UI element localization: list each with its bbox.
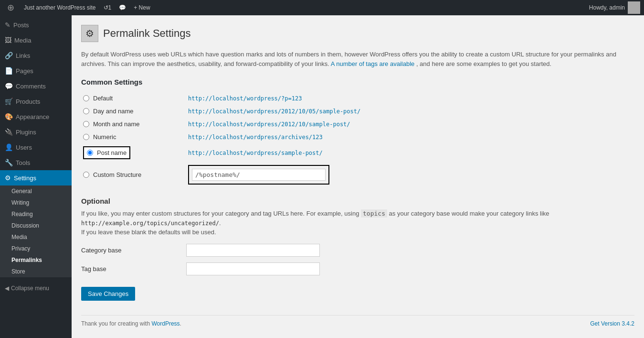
sidebar-item-tools[interactable]: 🔧 Tools [0, 155, 72, 170]
label-numeric: Numeric [93, 133, 116, 141]
sidebar-item-settings[interactable]: ⚙ Settings [0, 170, 72, 185]
label-post-name: Post name [97, 149, 127, 156]
label-month-name: Month and name [93, 120, 140, 128]
custom-structure-box [188, 165, 329, 185]
category-base-row: Category base [81, 244, 634, 257]
submenu-item-discussion[interactable]: Discussion [0, 220, 72, 231]
common-settings-table: Default http://localhost/wordpress/?p=12… [81, 92, 634, 187]
url-default: http://localhost/wordpress/?p=123 [188, 95, 302, 102]
sidebar-item-appearance[interactable]: 🎨 Appearance [0, 109, 72, 124]
settings-icon: ⚙ [5, 174, 11, 182]
option-day-name-row: Day and name http://localhost/wordpress/… [81, 105, 634, 118]
sidebar: ✎ Posts 🖼 Media 🔗 Links 📄 Pages 💬 Commen… [0, 15, 72, 338]
sidebar-item-label: Products [16, 98, 40, 105]
option-custom-row: Custom Structure [81, 162, 634, 187]
page-icon: ⚙ [81, 25, 98, 42]
page-footer: Thank you for creating with WordPress. G… [81, 315, 634, 327]
submenu-item-store[interactable]: Store [0, 266, 72, 277]
adminbar-right: Howdy, admin [589, 1, 640, 14]
optional-description: If you like, you may enter custom struct… [81, 209, 634, 237]
sidebar-item-label: Appearance [16, 113, 49, 120]
footer-version-link[interactable]: Get Version 3.4.2 [590, 320, 634, 327]
radio-default[interactable] [83, 95, 89, 101]
footer-wp-link[interactable]: WordPress [151, 320, 179, 327]
option-default-row: Default http://localhost/wordpress/?p=12… [81, 92, 634, 105]
sidebar-item-media[interactable]: 🖼 Media [0, 33, 72, 48]
example-url: http://example.org/topics/uncategorized/ [81, 220, 219, 227]
submenu-item-writing[interactable]: Writing [0, 197, 72, 208]
posts-icon: ✎ [5, 21, 11, 29]
links-icon: 🔗 [5, 52, 13, 59]
radio-numeric[interactable] [83, 134, 89, 140]
adminbar-site-name[interactable]: Just another WordPress site [20, 0, 100, 15]
sidebar-item-products[interactable]: 🛒 Products [0, 94, 72, 109]
sidebar-item-label: Links [16, 52, 30, 59]
sidebar-item-label: Comments [16, 83, 46, 90]
adminbar-updates[interactable]: ↺ 1 [100, 0, 116, 15]
url-month-name: http://localhost/wordpress/2012/10/sampl… [188, 121, 350, 128]
pages-icon: 📄 [5, 67, 13, 75]
admin-bar: ⊕ Just another WordPress site ↺ 1 💬 + Ne… [0, 0, 644, 15]
sidebar-item-posts[interactable]: ✎ Posts [0, 17, 72, 33]
url-day-name: http://localhost/wordpress/2012/10/05/sa… [188, 108, 360, 115]
submenu-item-permalinks[interactable]: Permalinks [0, 254, 72, 266]
media-icon: 🖼 [5, 36, 11, 44]
common-settings-heading: Common Settings [81, 78, 634, 86]
main-content: ⚙ Permalink Settings By default WordPres… [72, 15, 644, 338]
adminbar-howdy: Howdy, admin [589, 4, 625, 11]
tags-link[interactable]: A number of tags are available [331, 60, 415, 67]
adminbar-new[interactable]: + New [130, 0, 154, 15]
sidebar-item-label: Tools [16, 159, 30, 166]
collapse-arrow-icon: ◀ [5, 285, 9, 292]
settings-submenu: General Writing Reading Discussion Media… [0, 185, 72, 277]
topics-code: topics [361, 209, 387, 218]
adminbar-avatar[interactable] [628, 1, 640, 14]
radio-custom[interactable] [83, 172, 89, 178]
sidebar-item-links[interactable]: 🔗 Links [0, 48, 72, 63]
tools-icon: 🔧 [5, 159, 13, 166]
optional-heading: Optional [81, 197, 634, 205]
collapse-menu-label: Collapse menu [11, 285, 49, 292]
page-title: Permalink Settings [103, 27, 190, 40]
page-description: By default WordPress uses web URLs which… [81, 50, 634, 68]
label-default: Default [93, 95, 113, 102]
tag-base-input[interactable] [186, 262, 320, 275]
category-base-input[interactable] [186, 244, 320, 257]
label-day-name: Day and name [93, 108, 134, 115]
plugins-icon: 🔌 [5, 128, 13, 136]
comments-icon: 💬 [5, 82, 13, 90]
radio-day-name[interactable] [83, 108, 89, 114]
adminbar-comments[interactable]: 💬 [115, 0, 130, 15]
submenu-item-general[interactable]: General [0, 185, 72, 197]
tag-base-label: Tag base [81, 265, 186, 273]
option-numeric-row: Numeric http://localhost/wordpress/archi… [81, 131, 634, 143]
category-base-label: Category base [81, 247, 186, 254]
url-numeric: http://localhost/wordpress/archives/123 [188, 134, 323, 141]
radio-post-name[interactable] [87, 150, 93, 156]
sidebar-item-label: Settings [14, 174, 36, 182]
wp-logo[interactable]: ⊕ [4, 1, 17, 14]
sidebar-item-plugins[interactable]: 🔌 Plugins [0, 124, 72, 140]
sidebar-item-label: Posts [13, 22, 29, 29]
sidebar-item-label: Users [16, 144, 32, 151]
sidebar-item-label: Pages [16, 67, 33, 75]
sidebar-item-label: Plugins [16, 129, 36, 136]
sidebar-item-pages[interactable]: 📄 Pages [0, 63, 72, 78]
save-changes-button[interactable]: Save Changes [81, 287, 135, 301]
submenu-item-privacy[interactable]: Privacy [0, 243, 72, 254]
label-custom: Custom Structure [93, 171, 141, 178]
sidebar-item-users[interactable]: 👤 Users [0, 140, 72, 155]
url-post-name: http://localhost/wordpress/sample-post/ [188, 150, 323, 156]
appearance-icon: 🎨 [5, 113, 13, 120]
submenu-item-reading[interactable]: Reading [0, 208, 72, 220]
sidebar-item-comments[interactable]: 💬 Comments [0, 78, 72, 94]
option-post-name-row: Post name http://localhost/wordpress/sam… [81, 143, 634, 162]
radio-month-name[interactable] [83, 121, 89, 127]
submenu-item-media[interactable]: Media [0, 231, 72, 243]
products-icon: 🛒 [5, 98, 13, 105]
collapse-menu-button[interactable]: ◀ Collapse menu [0, 281, 72, 295]
option-month-name-row: Month and name http://localhost/wordpres… [81, 118, 634, 131]
sidebar-item-label: Media [14, 37, 31, 44]
footer-text: Thank you for creating with WordPress. [81, 320, 181, 327]
custom-structure-input[interactable] [192, 169, 326, 181]
